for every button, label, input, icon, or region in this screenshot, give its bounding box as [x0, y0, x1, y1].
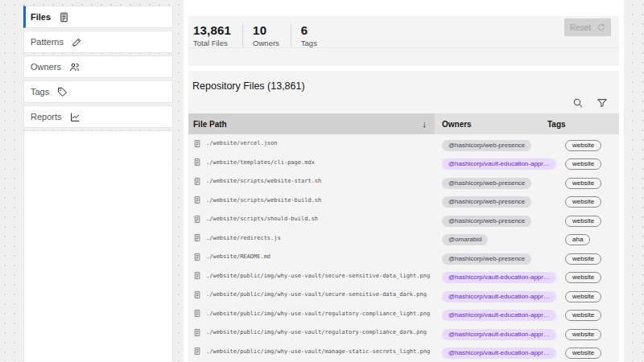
- owner-cell: @hashicorp/web-presence: [435, 174, 538, 189]
- tag-badge: website: [565, 272, 601, 283]
- main-panel: 13,861 Total Files 10 Owners 6 Tags Rese…: [184, 0, 624, 362]
- file-path-cell: ./website/scripts/website-start.sh: [188, 177, 435, 186]
- tag-cell: website: [538, 249, 619, 265]
- column-header-tags[interactable]: Tags: [538, 113, 619, 134]
- column-header-owners[interactable]: Owners: [435, 113, 538, 134]
- table-row[interactable]: ./website/README.md @hashicorp/web-prese…: [188, 248, 619, 265]
- owner-cell: @hashicorp/web-presence: [435, 249, 538, 265]
- tag-cell: website: [538, 306, 619, 321]
- repository-files-card: Repository Files (13,861) File Path ↓ Ow…: [188, 71, 619, 362]
- chart-icon: [70, 112, 80, 122]
- sidebar-item-reports[interactable]: Reports: [23, 105, 173, 128]
- sidebar: Files Patterns Owners Tags: [23, 6, 173, 362]
- file-path-text: ./website/README.md: [206, 253, 270, 260]
- column-header-label: Owners: [442, 120, 472, 129]
- tag-badge: website: [565, 310, 601, 321]
- owner-badge: @hashicorp/web-presence: [442, 140, 531, 151]
- stats-row: 13,861 Total Files 10 Owners 6 Tags: [188, 16, 619, 47]
- stat-label: Owners: [253, 39, 279, 47]
- file-path-cell: ./website/README.md: [188, 253, 435, 261]
- sidebar-item-owners[interactable]: Owners: [23, 56, 173, 78]
- file-path-text: ./website/public/img/why-use-vault/manag…: [206, 348, 430, 355]
- tag-badge: aha: [565, 234, 590, 245]
- sidebar-item-files[interactable]: Files: [23, 6, 173, 28]
- file-path-cell: ./website/templates/cli-page.mdx: [188, 158, 435, 167]
- owner-cell: @hashicorp/vault-education-appr…: [435, 287, 538, 302]
- table-row[interactable]: ./website/redirects.js @omarabid aha: [188, 229, 619, 247]
- table-row[interactable]: ./website/public/img/why-use-vault/regul…: [188, 323, 619, 341]
- owner-cell: @omarabid: [435, 230, 538, 245]
- table-row[interactable]: ./website/scripts/website-build.sh @hash…: [188, 191, 619, 209]
- file-path-text: ./website/public/img/why-use-vault/regul…: [206, 329, 427, 335]
- sort-descending-icon: ↓: [423, 119, 427, 129]
- stat-owners: 10 Owners: [253, 23, 291, 47]
- owner-cell: @hashicorp/vault-education-appr…: [435, 325, 538, 340]
- column-header-file-path[interactable]: File Path ↓: [188, 113, 435, 134]
- table-row[interactable]: ./website/scripts/should-build.sh @hashi…: [188, 210, 619, 228]
- document-icon: [193, 271, 201, 280]
- tag-badge: website: [565, 253, 601, 265]
- owner-cell: @hashicorp/web-presence: [435, 136, 538, 151]
- stats-divider: [188, 47, 619, 48]
- tag-badge: website: [565, 178, 601, 189]
- people-icon: [69, 62, 80, 72]
- repository-files-title: Repository Files (13,861): [188, 71, 619, 92]
- stat-label: Total Files: [193, 39, 231, 47]
- owner-cell: @hashicorp/web-presence: [435, 212, 538, 227]
- document-icon: [193, 195, 201, 204]
- tag-badge: website: [565, 140, 601, 151]
- file-path-text: ./website/public/img/why-use-vault/regul…: [206, 311, 430, 317]
- reset-button-label: Reset: [570, 23, 591, 32]
- document-icon: [193, 233, 201, 242]
- tag-cell: website: [538, 174, 619, 189]
- document-icon: [193, 290, 201, 299]
- column-header-label: Tags: [547, 120, 566, 129]
- filter-icon[interactable]: [597, 97, 608, 109]
- file-path-text: ./website/public/img/why-use-vault/secur…: [206, 291, 427, 298]
- document-icon: [193, 177, 201, 186]
- table-row[interactable]: ./website/templates/cli-page.mdx @hashic…: [188, 154, 619, 171]
- stat-tags: 6 Tags: [301, 23, 328, 47]
- owner-badge: @hashicorp/web-presence: [442, 178, 531, 189]
- tag-cell: website: [538, 325, 619, 340]
- sidebar-item-patterns[interactable]: Patterns: [23, 31, 173, 53]
- document-icon: [193, 158, 201, 167]
- owner-cell: @hashicorp/web-presence: [435, 192, 538, 208]
- file-path-cell: ./website/redirects.js: [188, 233, 435, 242]
- search-icon[interactable]: [572, 97, 584, 109]
- tag-cell: website: [538, 136, 619, 151]
- tag-cell: website: [538, 287, 619, 302]
- stat-total-files: 13,861 Total Files: [193, 23, 243, 47]
- stats-card: 13,861 Total Files 10 Owners 6 Tags Rese…: [188, 16, 619, 66]
- tag-cell: website: [538, 343, 619, 359]
- table-row[interactable]: ./website/public/img/why-use-vault/manag…: [188, 343, 619, 360]
- tag-cell: aha: [538, 230, 619, 245]
- tag-cell: website: [538, 154, 619, 170]
- sidebar-item-tags[interactable]: Tags: [23, 80, 173, 103]
- sidebar-item-label: Owners: [31, 62, 61, 72]
- file-path-cell: ./website/public/img/why-use-vault/secur…: [188, 271, 435, 280]
- file-path-cell: ./website/public/img/why-use-vault/secur…: [188, 290, 435, 299]
- file-path-text: ./website/scripts/website-start.sh: [206, 178, 321, 184]
- table-row[interactable]: ./website/public/img/why-use-vault/secur…: [188, 286, 619, 303]
- file-path-cell: ./website/scripts/should-build.sh: [188, 215, 435, 224]
- reset-icon: [597, 23, 605, 31]
- file-path-cell: ./website/vercel.json: [188, 139, 435, 148]
- file-path-text: ./website/templates/cli-page.mdx: [206, 159, 315, 166]
- file-path-text: ./website/public/img/why-use-vault/secur…: [206, 273, 430, 279]
- reset-button[interactable]: Reset: [564, 19, 611, 36]
- document-icon: [193, 347, 201, 356]
- owner-badge: @hashicorp/web-presence: [442, 216, 531, 227]
- table-row[interactable]: ./website/public/img/why-use-vault/regul…: [188, 305, 619, 323]
- owner-cell: @hashicorp/vault-education-appr…: [435, 306, 538, 321]
- tag-badge: website: [565, 196, 601, 208]
- table-row[interactable]: ./website/public/img/why-use-vault/secur…: [188, 267, 619, 285]
- tag-badge: website: [565, 329, 601, 340]
- table-body: ./website/vercel.json @hashicorp/web-pre…: [188, 134, 619, 360]
- document-icon: [193, 253, 201, 261]
- sidebar-item-label: Tags: [31, 87, 49, 97]
- document-icon: [193, 309, 201, 318]
- table-row[interactable]: ./website/scripts/website-start.sh @hash…: [188, 172, 619, 190]
- table-row[interactable]: ./website/vercel.json @hashicorp/web-pre…: [188, 134, 619, 152]
- tag-cell: website: [538, 212, 619, 227]
